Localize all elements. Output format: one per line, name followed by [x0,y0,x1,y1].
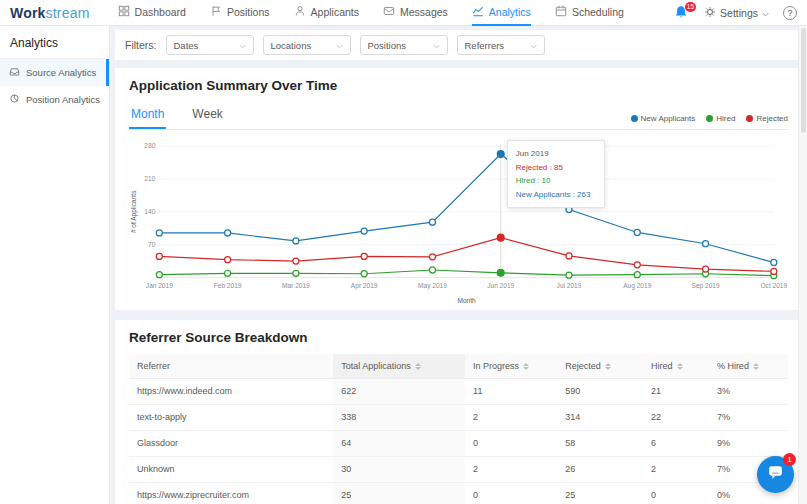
value-cell: 7% [709,404,788,430]
value-cell: 11 [465,378,557,404]
chevron-down-icon [239,40,246,51]
value-cell: 22 [643,404,709,430]
chevron-down-icon [530,40,537,51]
tab-month[interactable]: Month [129,102,166,129]
legend-label: New Applicants [641,114,696,123]
chevron-down-icon [762,7,769,19]
column-label: Hired [651,361,673,371]
chevron-down-icon [433,40,440,51]
chevron-down-icon [336,40,343,51]
sidebar-item-label: Source Analytics [26,67,96,78]
table-card: Referrer Source Breakdown ReferrerTotal … [115,320,802,504]
line-chart[interactable]: 70140210280Jan 2019Feb 2019Mar 2019Apr 2… [129,130,788,306]
value-cell: 25 [333,482,465,504]
svg-text:Jul 2019: Jul 2019 [557,282,582,289]
column-label: Referrer [137,361,170,371]
legend-item: Rejected [746,114,788,123]
sort-carets-icon [677,363,683,371]
filter-positions-select[interactable]: Positions [360,35,448,55]
svg-text:Aug 2019: Aug 2019 [623,282,651,290]
table-row: Glassdoor6405869% [129,430,788,456]
workstream-logo[interactable]: Workstream [10,5,90,21]
table-row: Unknown3022627% [129,456,788,482]
user-icon [294,5,306,19]
referrer-table-head-row: ReferrerTotal ApplicationsIn ProgressRej… [129,354,788,379]
svg-text:Sep 2019: Sep 2019 [692,282,720,290]
notification-bell[interactable]: 15 [674,5,690,21]
legend-dot-hired [706,115,713,122]
select-value: Locations [271,40,312,51]
value-cell: 622 [333,378,465,404]
svg-text:210: 210 [144,175,155,182]
gear-icon [704,6,716,20]
scrollbar[interactable] [798,26,807,504]
sort-carets-icon [523,363,529,371]
sidebar-item-position-analytics[interactable]: Position Analytics [0,86,109,113]
select-value: Dates [174,40,199,51]
scrollbar-thumb[interactable] [801,28,807,133]
column-header-total-applications[interactable]: Total Applications [333,354,465,379]
sort-carets-icon [415,363,421,371]
filter-locations-select[interactable]: Locations [263,35,351,55]
select-value: Positions [368,40,407,51]
column-header--hired[interactable]: % Hired [709,354,788,379]
nav-item-analytics[interactable]: Analytics [472,0,531,26]
sidebar: Analytics Source Analytics Position Anal… [0,26,110,504]
nav-item-dashboard[interactable]: Dashboard [118,0,186,26]
value-cell: 21 [643,378,709,404]
column-header-in-progress[interactable]: In Progress [465,354,557,379]
nav-item-label: Analytics [489,6,531,18]
legend-item: New Applicants [631,114,696,123]
referrer-cell: Glassdoor [129,430,333,456]
tab-week[interactable]: Week [190,102,224,129]
question-icon: ? [787,8,792,18]
svg-text:Oct 2019: Oct 2019 [761,282,788,289]
help-button[interactable]: ? [783,6,797,20]
value-cell: 9% [709,430,788,456]
main-content: Filters: Dates Locations Positions Refer… [110,26,807,504]
column-header-rejected[interactable]: Rejected [557,354,643,379]
nav-item-label: Dashboard [135,6,186,18]
nav-item-positions[interactable]: Positions [210,0,270,26]
nav-item-label: Positions [227,6,270,18]
settings-menu[interactable]: Settings [704,6,769,20]
svg-text:Jun 2019: Jun 2019 [487,282,514,289]
svg-text:280: 280 [144,142,155,149]
nav-item-messages[interactable]: Messages [383,0,448,26]
legend-label: Hired [716,114,735,123]
nav-item-applicants[interactable]: Applicants [294,0,359,26]
value-cell: 2 [643,456,709,482]
referrer-cell: https://www.ziprecruiter.com [129,482,333,504]
mail-icon [383,5,395,19]
nav-item-label: Scheduling [572,6,624,18]
sort-carets-icon [753,363,759,371]
svg-text:Month: Month [457,297,476,304]
svg-text:Jan 2019: Jan 2019 [146,282,173,289]
value-cell: 590 [557,378,643,404]
value-cell: 3% [709,378,788,404]
settings-label: Settings [720,7,758,19]
calendar-icon [555,5,567,19]
column-header-referrer: Referrer [129,354,333,379]
table-title: Referrer Source Breakdown [129,330,788,345]
svg-text:140: 140 [144,208,155,215]
filter-referrers-select[interactable]: Referrers [457,35,545,55]
sidebar-item-source-analytics[interactable]: Source Analytics [0,59,109,86]
select-value: Referrers [465,40,505,51]
referrer-table-body: https://www.indeed.com62211590213%text-t… [129,378,788,504]
value-cell: 2 [465,404,557,430]
filters-label: Filters: [125,39,157,51]
legend-item: Hired [706,114,735,123]
chart-card: Application Summary Over Time Month Week… [115,68,802,310]
chart-tabs: Month Week New Applicants Hired Rejected [129,102,788,130]
column-header-hired[interactable]: Hired [643,354,709,379]
legend-dot-rejected [746,115,753,122]
filter-dates-select[interactable]: Dates [166,35,254,55]
nav-item-scheduling[interactable]: Scheduling [555,0,624,26]
logo-bold: Work [10,5,46,21]
chat-widget[interactable]: 1 [757,456,794,493]
sidebar-item-label: Position Analytics [26,94,100,105]
logo-light: stream [46,5,90,21]
value-cell: 338 [333,404,465,430]
svg-text:May 2019: May 2019 [418,282,447,290]
